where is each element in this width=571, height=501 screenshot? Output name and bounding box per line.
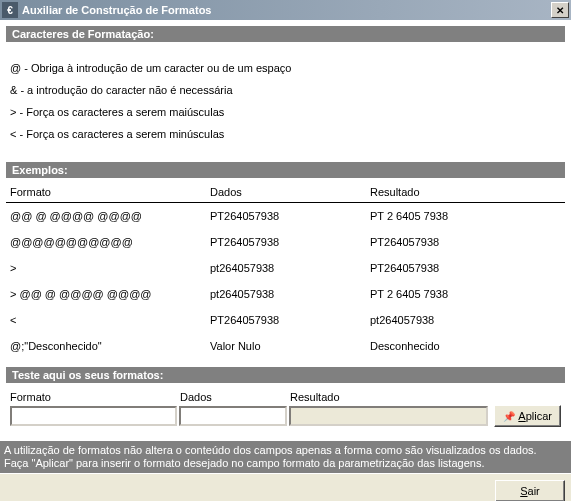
examples-table: Formato Dados Resultado @@ @ @@@@ @@@@ P… [6,184,565,359]
cell-dados: pt264057938 [210,288,370,300]
col-header-resultado: Resultado [370,186,561,198]
test-section-header: Teste aqui os seus formatos: [6,367,565,383]
apply-label: Aplicar [518,410,552,422]
col-header-dados: Dados [210,186,370,198]
test-inputs: 📌 Aplicar [6,405,565,427]
cell-resultado: PT264057938 [370,262,561,274]
formato-input[interactable] [10,406,177,426]
cell-resultado: Desconhecido [370,340,561,352]
cell-dados: PT264057938 [210,210,370,222]
apply-button[interactable]: 📌 Aplicar [494,405,561,427]
cell-dados: PT264057938 [210,236,370,248]
examples-header-row: Formato Dados Resultado [6,184,565,203]
window-title: Auxiliar de Construção de Formatos [22,4,551,16]
char-rule: < - Força os caracteres a serem minúscul… [10,128,561,140]
cell-formato: @;"Desconhecido" [10,340,210,352]
cell-dados: pt264057938 [210,262,370,274]
col-header-formato: Formato [10,186,210,198]
cell-resultado: PT 2 6405 7938 [370,210,561,222]
footer-line: A utilização de formatos não altera o co… [4,444,567,457]
close-button[interactable]: ✕ [551,2,569,18]
resultado-output [289,406,488,426]
chars-section-header: Caracteres de Formatação: [6,26,565,42]
client-area: Caracteres de Formatação: @ - Obriga à i… [0,20,571,441]
cell-resultado: PT264057938 [370,236,561,248]
titlebar: € Auxiliar de Construção de Formatos ✕ [0,0,571,20]
app-icon: € [2,2,18,18]
dados-input[interactable] [179,406,287,426]
char-rule: & - a introdução do caracter não é neces… [10,84,561,96]
table-row: < PT264057938 pt264057938 [6,307,565,333]
cell-formato: @@ @ @@@@ @@@@ [10,210,210,222]
cell-formato: > @@ @ @@@@ @@@@ [10,288,210,300]
footer-help: A utilização de formatos não altera o co… [0,441,571,473]
test-labels: Formato Dados Resultado [6,391,565,405]
label-formato: Formato [10,391,180,403]
label-dados: Dados [180,391,290,403]
exit-button[interactable]: Sair [495,480,565,501]
table-row: > pt264057938 PT264057938 [6,255,565,281]
table-row: @;"Desconhecido" Valor Nulo Desconhecido [6,333,565,359]
char-rule: > - Força os caracteres a serem maiúscul… [10,106,561,118]
char-rule: @ - Obriga à introdução de um caracter o… [10,62,561,74]
cell-formato: < [10,314,210,326]
chars-list: @ - Obriga à introdução de um caracter o… [6,48,565,162]
cell-dados: Valor Nulo [210,340,370,352]
table-row: @@ @ @@@@ @@@@ PT264057938 PT 2 6405 793… [6,203,565,229]
label-resultado: Resultado [290,391,561,403]
cell-resultado: pt264057938 [370,314,561,326]
test-section: Formato Dados Resultado 📌 Aplicar [6,389,565,435]
table-row: > @@ @ @@@@ @@@@ pt264057938 PT 2 6405 7… [6,281,565,307]
cell-resultado: PT 2 6405 7938 [370,288,561,300]
bottom-bar: Sair [0,473,571,501]
footer-line: Faça "Aplicar" para inserir o formato de… [4,457,567,470]
pin-icon: 📌 [503,411,515,422]
exit-label: Sair [520,485,540,497]
cell-formato: > [10,262,210,274]
cell-formato: @@@@@@@@@@@ [10,236,210,248]
examples-section-header: Exemplos: [6,162,565,178]
cell-dados: PT264057938 [210,314,370,326]
table-row: @@@@@@@@@@@ PT264057938 PT264057938 [6,229,565,255]
